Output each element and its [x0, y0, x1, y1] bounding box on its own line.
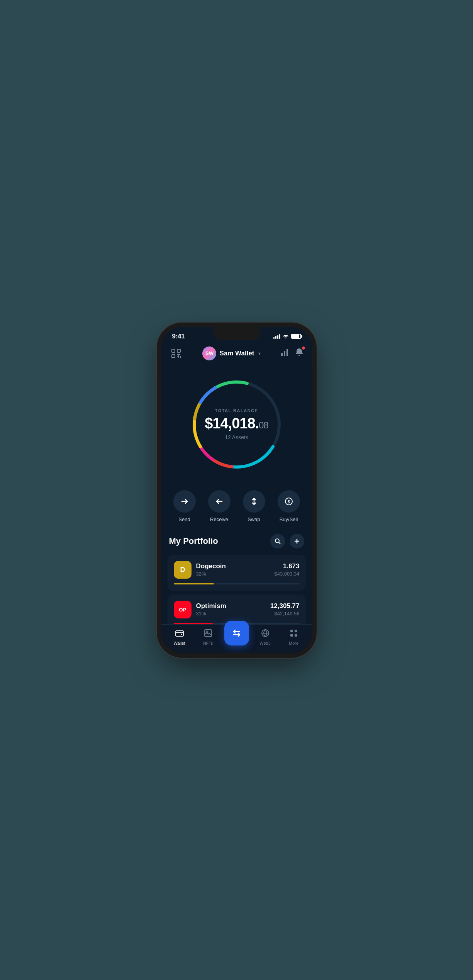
send-label: Send [178, 516, 190, 522]
tab-more[interactable]: More [280, 628, 308, 645]
svg-text:OP: OP [179, 607, 186, 613]
dogecoin-logo: D [174, 561, 192, 579]
receive-icon-circle [208, 490, 231, 513]
wallet-tab-label: Wallet [173, 641, 185, 645]
scan-button[interactable] [169, 346, 183, 360]
web3-tab-icon [261, 628, 270, 639]
svg-line-21 [279, 542, 280, 544]
header-actions [280, 348, 304, 359]
balance-amount: $14,018.08 [205, 415, 268, 432]
portfolio-add-button[interactable] [290, 534, 304, 549]
optimism-amount: 12,305.77 [270, 602, 300, 610]
avatar: SW [202, 346, 216, 360]
asset-left-optimism: OP Optimism 31% [174, 601, 226, 618]
status-icons [273, 333, 301, 340]
svg-rect-33 [290, 634, 293, 637]
nfts-tab-icon [203, 628, 213, 639]
svg-text:$: $ [287, 499, 290, 504]
svg-rect-32 [295, 630, 297, 632]
balance-section: TOTAL BALANCE $14,018.08 12 Assets [161, 367, 312, 486]
asset-right-dogecoin: 1.673 $43,003.34 [274, 562, 299, 577]
buysell-icon-circle: $ [278, 490, 300, 513]
signal-bars-icon [273, 334, 280, 339]
more-tab-icon [289, 628, 298, 639]
notification-bell-icon[interactable] [295, 348, 304, 359]
scan-icon [169, 346, 183, 360]
tab-web3[interactable]: Web3 [251, 628, 280, 645]
notch [214, 327, 260, 340]
balance-assets: 12 Assets [205, 434, 268, 440]
dogecoin-amount: 1.673 [274, 562, 299, 570]
optimism-info: Optimism 31% [196, 602, 226, 617]
svg-rect-2 [172, 355, 175, 358]
battery-icon [291, 334, 301, 339]
portfolio-actions [270, 534, 304, 549]
portfolio-header: My Portfolio [168, 534, 306, 549]
svg-rect-0 [172, 349, 175, 352]
signal-bar-2 [275, 336, 276, 339]
tab-swap-center[interactable] [222, 628, 251, 645]
dogecoin-progress-bar [174, 583, 300, 584]
wifi-icon [283, 333, 289, 340]
nfts-tab-label: NFTs [203, 641, 213, 645]
svg-text:D: D [180, 566, 185, 574]
balance-cents: 08 [259, 420, 268, 430]
balance-label: TOTAL BALANCE [205, 408, 268, 413]
tab-bar: Wallet NFTs [161, 624, 312, 653]
svg-rect-1 [177, 349, 180, 352]
asset-left-dogecoin: D Dogecoin 32% [174, 561, 226, 579]
asset-top-optimism: OP Optimism 31% 12,305.77 $42,149.56 [174, 601, 300, 618]
receive-label: Receive [210, 516, 228, 522]
phone-frame: 9:41 [161, 327, 312, 653]
balance-main: $14,018. [205, 415, 259, 431]
asset-card-dogecoin[interactable]: D Dogecoin 32% 1.673 $43,003.34 [168, 555, 306, 591]
svg-rect-9 [287, 349, 288, 356]
optimism-value: $42,149.56 [270, 611, 300, 617]
signal-bar-3 [277, 335, 278, 339]
tab-nfts[interactable]: NFTs [194, 628, 222, 645]
optimism-percent: 31% [196, 611, 226, 617]
swap-button[interactable]: Swap [239, 490, 270, 522]
dogecoin-name: Dogecoin [196, 562, 226, 570]
chart-icon[interactable] [280, 348, 289, 359]
wallet-selector[interactable]: SW Sam Wallet ▾ [202, 346, 260, 360]
svg-rect-34 [295, 634, 297, 637]
swap-icon-circle [243, 490, 265, 513]
wallet-name: Sam Wallet [219, 350, 254, 357]
signal-bar-1 [273, 337, 275, 339]
receive-button[interactable]: Receive [204, 490, 235, 522]
svg-rect-26 [176, 631, 183, 636]
balance-info: TOTAL BALANCE $14,018.08 12 Assets [205, 408, 268, 440]
dogecoin-info: Dogecoin 32% [196, 562, 226, 577]
svg-rect-7 [281, 353, 283, 356]
app-header: SW Sam Wallet ▾ [161, 343, 312, 367]
send-icon-circle [173, 490, 196, 513]
battery-fill [292, 335, 299, 338]
dogecoin-progress-fill [174, 583, 214, 584]
svg-rect-31 [290, 630, 293, 632]
portfolio-search-button[interactable] [270, 534, 285, 549]
svg-point-27 [181, 634, 182, 635]
buysell-label: Buy/Sell [280, 516, 298, 522]
dogecoin-percent: 32% [196, 571, 226, 577]
svg-rect-8 [284, 351, 285, 356]
svg-rect-28 [205, 630, 212, 637]
optimism-logo: OP [174, 601, 192, 618]
optimism-name: Optimism [196, 602, 226, 610]
chevron-down-icon: ▾ [258, 351, 261, 356]
more-tab-label: More [289, 641, 298, 645]
asset-top-dogecoin: D Dogecoin 32% 1.673 $43,003.34 [174, 561, 300, 579]
buysell-button[interactable]: $ Buy/Sell [273, 490, 304, 522]
tab-wallet[interactable]: Wallet [165, 628, 194, 645]
balance-ring: TOTAL BALANCE $14,018.08 12 Assets [186, 374, 287, 475]
swap-label: Swap [248, 516, 260, 522]
asset-right-optimism: 12,305.77 $42,149.56 [270, 602, 300, 617]
swap-center-button[interactable] [224, 621, 249, 645]
portfolio-title: My Portfolio [169, 536, 218, 546]
status-time: 9:41 [172, 333, 185, 340]
wallet-tab-icon [175, 628, 184, 639]
send-button[interactable]: Send [169, 490, 200, 522]
action-buttons: Send Receive Swap [161, 486, 312, 534]
svg-point-20 [275, 539, 279, 543]
signal-bar-4 [279, 334, 280, 339]
